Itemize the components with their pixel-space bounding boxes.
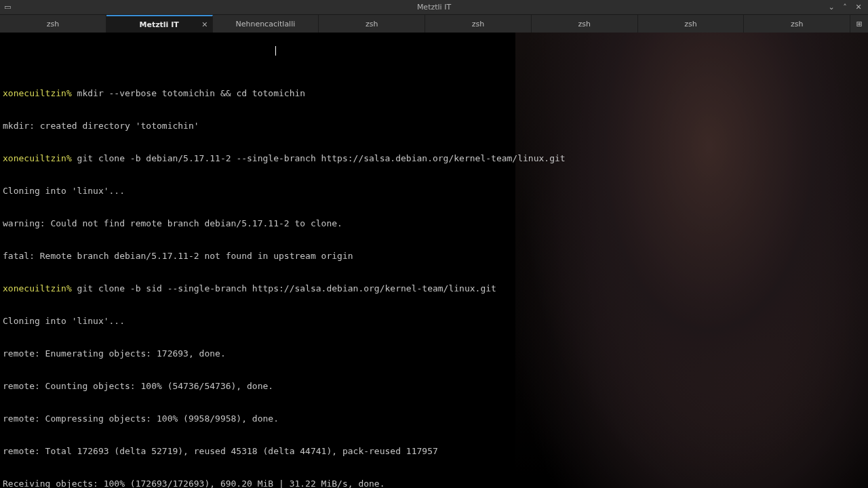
tab-label: zsh [791,20,803,28]
tab-zsh-7[interactable]: zsh [638,15,745,33]
output-line: warning: Could not find remote branch de… [3,218,865,229]
cmd-git-clone-1: git clone -b debian/5.17.11-2 --single-b… [77,153,566,163]
tab-label: zsh [366,20,378,28]
maximize-icon[interactable]: ˄ [840,3,850,12]
minimize-icon[interactable]: ⌄ [826,3,837,12]
prompt-sep: % [66,88,77,98]
cmd-git-clone-2: git clone -b sid --single-branch https:/… [77,283,496,293]
cmd-mkdir: mkdir --verbose totomichin && cd totomic… [77,88,306,98]
prompt-sep: % [66,283,77,293]
output-line: mkdir: created directory 'totomichin' [3,121,865,131]
output-line: Cloning into 'linux'... [3,186,865,197]
tab-label: zsh [684,20,696,28]
tab-zsh-6[interactable]: zsh [532,15,638,33]
output-line: remote: Enumerating objects: 172693, don… [3,348,865,359]
tab-metztli-it[interactable]: Metztli IT ✕ [106,15,213,33]
output-line: Receiving objects: 100% (172693/172693),… [3,479,865,488]
tab-zsh-8[interactable]: zsh [744,15,850,33]
prompt-host: xonecuiltzin [3,88,66,98]
terminal-viewport[interactable]: xonecuiltzin% mkdir --verbose totomichin… [0,33,868,488]
tab-zsh-1[interactable]: zsh [0,15,106,33]
prompt-host: xonecuiltzin [3,283,66,293]
tab-zsh-5[interactable]: zsh [425,15,532,33]
tab-label: Metztli IT [139,20,178,29]
output-line: remote: Total 172693 (delta 52719), reus… [3,446,865,457]
tab-label: zsh [47,20,59,28]
prompt-sep: % [66,153,77,163]
tab-zsh-4[interactable]: zsh [319,15,425,33]
window-title: Metztli IT [417,3,451,12]
tab-label: zsh [578,20,590,28]
app-menu-icon[interactable]: ▭ [4,3,15,12]
grid-view-icon[interactable]: ⊞ [850,15,868,33]
prompt-host: xonecuiltzin [3,153,66,163]
tab-close-icon[interactable]: ✕ [201,20,208,29]
output-line: fatal: Remote branch debian/5.17.11-2 no… [3,251,865,262]
output-line: remote: Compressing objects: 100% (9958/… [3,413,865,424]
tab-label: zsh [472,20,484,28]
tab-nehnencacitlalli[interactable]: Nehnencacitlalli [213,15,319,33]
tabbar: zsh Metztli IT ✕ Nehnencacitlalli zsh zs… [0,15,868,33]
tab-label: Nehnencacitlalli [235,20,295,28]
output-line: remote: Counting objects: 100% (54736/54… [3,381,865,392]
text-cursor [275,46,281,56]
output-line: Cloning into 'linux'... [3,316,865,327]
close-icon[interactable]: ✕ [853,3,864,12]
window-controls: ⌄ ˄ ✕ [826,3,864,12]
titlebar: ▭ Metztli IT ⌄ ˄ ✕ [0,0,868,15]
